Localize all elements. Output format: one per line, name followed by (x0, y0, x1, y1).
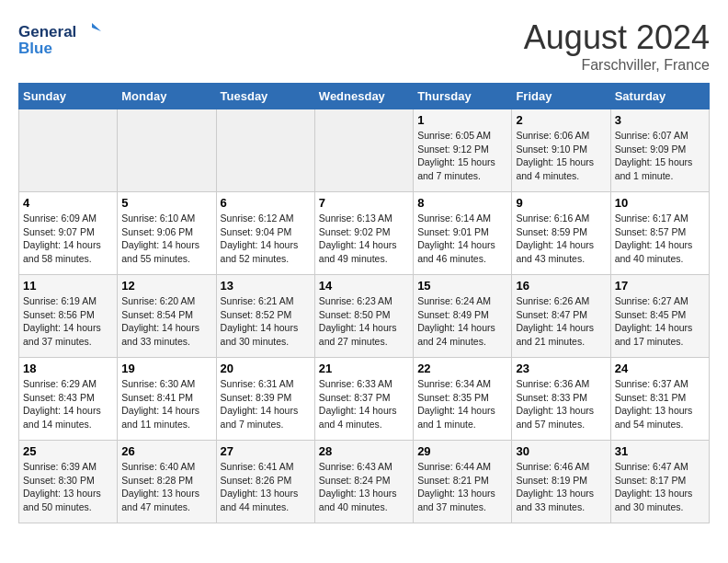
day-detail: Sunrise: 6:20 AMSunset: 8:54 PMDaylight:… (121, 294, 211, 349)
day-detail: Sunrise: 6:29 AMSunset: 8:43 PMDaylight:… (23, 377, 113, 431)
day-number: 24 (615, 362, 705, 375)
logo-svg: General Blue (18, 18, 101, 60)
calendar-cell: 20Sunrise: 6:31 AMSunset: 8:39 PMDayligh… (216, 358, 314, 441)
day-number: 22 (417, 362, 507, 375)
calendar-cell: 28Sunrise: 6:43 AMSunset: 8:24 PMDayligh… (314, 441, 413, 523)
day-number: 14 (319, 279, 409, 293)
day-number: 2 (516, 113, 606, 127)
calendar-cell: 29Sunrise: 6:44 AMSunset: 8:21 PMDayligh… (414, 441, 512, 523)
svg-text:General: General (18, 23, 76, 40)
day-detail: Sunrise: 6:33 AMSunset: 8:37 PMDaylight:… (319, 377, 409, 431)
svg-marker-1 (92, 23, 101, 31)
day-number: 12 (121, 279, 211, 293)
day-number: 3 (615, 113, 705, 127)
calendar-cell: 18Sunrise: 6:29 AMSunset: 8:43 PMDayligh… (19, 358, 118, 441)
calendar-cell: 27Sunrise: 6:41 AMSunset: 8:26 PMDayligh… (216, 441, 314, 523)
calendar-cell: 2Sunrise: 6:06 AMSunset: 9:10 PMDaylight… (512, 109, 610, 192)
calendar-cell: 3Sunrise: 6:07 AMSunset: 9:09 PMDaylight… (610, 109, 709, 192)
calendar-week-row: 25Sunrise: 6:39 AMSunset: 8:30 PMDayligh… (19, 441, 710, 523)
calendar-cell: 19Sunrise: 6:30 AMSunset: 8:41 PMDayligh… (118, 358, 216, 441)
day-number: 16 (516, 279, 606, 293)
day-number: 6 (221, 196, 311, 210)
day-detail: Sunrise: 6:39 AMSunset: 8:30 PMDaylight:… (23, 460, 113, 514)
day-detail: Sunrise: 6:14 AMSunset: 9:01 PMDaylight:… (417, 212, 507, 266)
day-detail: Sunrise: 6:41 AMSunset: 8:26 PMDaylight:… (221, 460, 311, 514)
day-detail: Sunrise: 6:46 AMSunset: 8:19 PMDaylight:… (516, 460, 606, 514)
day-number: 26 (121, 444, 211, 458)
weekday-header: Saturday (610, 84, 709, 109)
calendar-cell: 9Sunrise: 6:16 AMSunset: 8:59 PMDaylight… (512, 192, 610, 275)
page-header: General Blue August 2024 Farschviller, F… (18, 18, 710, 74)
day-detail: Sunrise: 6:34 AMSunset: 8:35 PMDaylight:… (417, 377, 507, 431)
weekday-header: Tuesday (216, 84, 314, 109)
day-detail: Sunrise: 6:10 AMSunset: 9:06 PMDaylight:… (121, 212, 211, 266)
calendar-cell: 15Sunrise: 6:24 AMSunset: 8:49 PMDayligh… (414, 275, 512, 358)
day-detail: Sunrise: 6:06 AMSunset: 9:10 PMDaylight:… (516, 129, 606, 183)
day-detail: Sunrise: 6:30 AMSunset: 8:41 PMDaylight:… (121, 377, 211, 431)
day-number: 28 (319, 444, 409, 458)
day-number: 19 (121, 362, 211, 375)
day-number: 31 (615, 444, 705, 458)
weekday-header: Sunday (19, 84, 118, 109)
calendar-cell (216, 109, 314, 192)
calendar-cell (19, 109, 118, 192)
calendar-cell: 10Sunrise: 6:17 AMSunset: 8:57 PMDayligh… (610, 192, 709, 275)
weekday-header: Friday (512, 84, 610, 109)
day-number: 18 (23, 362, 113, 375)
calendar-table: SundayMondayTuesdayWednesdayThursdayFrid… (18, 83, 710, 523)
day-number: 20 (221, 362, 311, 375)
day-detail: Sunrise: 6:26 AMSunset: 8:47 PMDaylight:… (516, 294, 606, 349)
calendar-cell: 7Sunrise: 6:13 AMSunset: 9:02 PMDaylight… (314, 192, 413, 275)
calendar-cell: 1Sunrise: 6:05 AMSunset: 9:12 PMDaylight… (414, 109, 512, 192)
calendar-week-row: 18Sunrise: 6:29 AMSunset: 8:43 PMDayligh… (19, 358, 710, 441)
day-number: 4 (23, 196, 113, 210)
day-number: 8 (417, 196, 507, 210)
calendar-cell: 22Sunrise: 6:34 AMSunset: 8:35 PMDayligh… (414, 358, 512, 441)
calendar-week-row: 4Sunrise: 6:09 AMSunset: 9:07 PMDaylight… (19, 192, 710, 275)
day-number: 30 (516, 444, 606, 458)
day-detail: Sunrise: 6:21 AMSunset: 8:52 PMDaylight:… (221, 294, 311, 349)
calendar-cell: 11Sunrise: 6:19 AMSunset: 8:56 PMDayligh… (19, 275, 118, 358)
day-detail: Sunrise: 6:31 AMSunset: 8:39 PMDaylight:… (221, 377, 311, 431)
calendar-cell: 31Sunrise: 6:47 AMSunset: 8:17 PMDayligh… (610, 441, 709, 523)
day-detail: Sunrise: 6:24 AMSunset: 8:49 PMDaylight:… (417, 294, 507, 349)
calendar-week-row: 1Sunrise: 6:05 AMSunset: 9:12 PMDaylight… (19, 109, 710, 192)
day-number: 9 (516, 196, 606, 210)
calendar-cell: 4Sunrise: 6:09 AMSunset: 9:07 PMDaylight… (19, 192, 118, 275)
location-subtitle: Farschviller, France (524, 57, 710, 74)
day-number: 10 (615, 196, 705, 210)
calendar-cell: 13Sunrise: 6:21 AMSunset: 8:52 PMDayligh… (216, 275, 314, 358)
day-number: 17 (615, 279, 705, 293)
calendar-cell: 16Sunrise: 6:26 AMSunset: 8:47 PMDayligh… (512, 275, 610, 358)
calendar-cell: 26Sunrise: 6:40 AMSunset: 8:28 PMDayligh… (118, 441, 216, 523)
day-detail: Sunrise: 6:09 AMSunset: 9:07 PMDaylight:… (23, 212, 113, 266)
day-number: 27 (221, 444, 311, 458)
weekday-header: Wednesday (314, 84, 413, 109)
calendar-cell: 21Sunrise: 6:33 AMSunset: 8:37 PMDayligh… (314, 358, 413, 441)
day-detail: Sunrise: 6:05 AMSunset: 9:12 PMDaylight:… (417, 129, 507, 183)
calendar-cell: 5Sunrise: 6:10 AMSunset: 9:06 PMDaylight… (118, 192, 216, 275)
day-detail: Sunrise: 6:36 AMSunset: 8:33 PMDaylight:… (516, 377, 606, 431)
day-detail: Sunrise: 6:43 AMSunset: 8:24 PMDaylight:… (319, 460, 409, 514)
calendar-cell: 30Sunrise: 6:46 AMSunset: 8:19 PMDayligh… (512, 441, 610, 523)
day-number: 29 (417, 444, 507, 458)
calendar-cell: 23Sunrise: 6:36 AMSunset: 8:33 PMDayligh… (512, 358, 610, 441)
title-block: August 2024 Farschviller, France (524, 18, 710, 74)
svg-text:Blue: Blue (18, 40, 52, 57)
logo: General Blue (18, 18, 101, 60)
day-detail: Sunrise: 6:17 AMSunset: 8:57 PMDaylight:… (615, 212, 705, 266)
day-detail: Sunrise: 6:13 AMSunset: 9:02 PMDaylight:… (319, 212, 409, 266)
weekday-header-row: SundayMondayTuesdayWednesdayThursdayFrid… (19, 84, 710, 109)
day-detail: Sunrise: 6:12 AMSunset: 9:04 PMDaylight:… (221, 212, 311, 266)
weekday-header: Monday (118, 84, 216, 109)
calendar-week-row: 11Sunrise: 6:19 AMSunset: 8:56 PMDayligh… (19, 275, 710, 358)
day-number: 23 (516, 362, 606, 375)
day-number: 7 (319, 196, 409, 210)
day-detail: Sunrise: 6:47 AMSunset: 8:17 PMDaylight:… (615, 460, 705, 514)
calendar-cell: 12Sunrise: 6:20 AMSunset: 8:54 PMDayligh… (118, 275, 216, 358)
calendar-cell: 17Sunrise: 6:27 AMSunset: 8:45 PMDayligh… (610, 275, 709, 358)
calendar-cell (314, 109, 413, 192)
day-number: 15 (417, 279, 507, 293)
calendar-cell: 14Sunrise: 6:23 AMSunset: 8:50 PMDayligh… (314, 275, 413, 358)
day-number: 13 (221, 279, 311, 293)
